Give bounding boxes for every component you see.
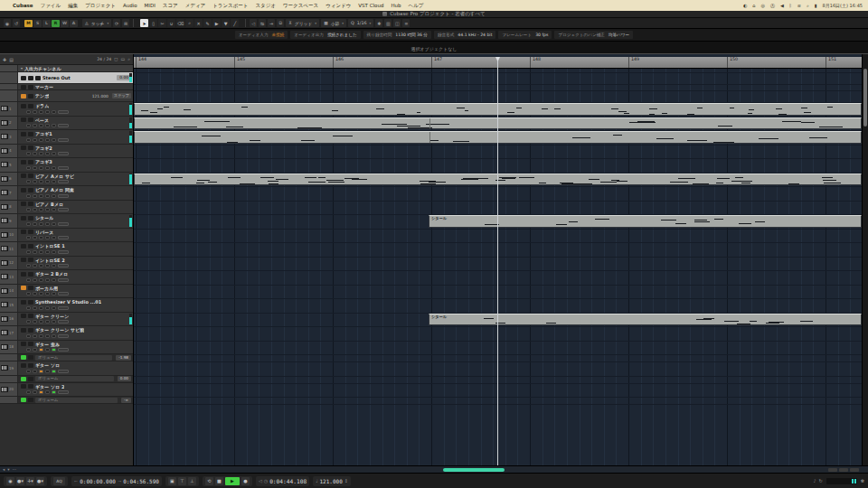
track-row-アコギ1[interactable]: 3アコギ1 <box>0 130 133 145</box>
edit-instrument-button[interactable] <box>39 194 43 198</box>
monitor-state-button[interactable] <box>52 208 56 211</box>
read-automation-button[interactable] <box>21 355 26 360</box>
punch-in-icon[interactable]: ⊤ <box>178 477 186 485</box>
monitor-button[interactable] <box>33 390 37 394</box>
solo-button[interactable] <box>28 272 33 277</box>
record-enable-button[interactable] <box>26 236 31 239</box>
freeze-button[interactable] <box>45 180 50 183</box>
solo-button[interactable] <box>28 202 33 206</box>
mute-button[interactable] <box>21 258 26 262</box>
mute-button[interactable] <box>21 244 26 249</box>
inserts-state-button[interactable] <box>58 208 69 211</box>
freeze-button[interactable] <box>45 292 50 296</box>
record-enable-button[interactable] <box>26 370 31 373</box>
edit-instrument-button[interactable] <box>39 334 43 338</box>
freeze-button[interactable] <box>45 110 50 114</box>
inserts-state-button[interactable] <box>58 390 69 394</box>
edit-instrument-button[interactable] <box>39 180 43 183</box>
input-menu-icon[interactable]: Ⓐ <box>770 3 775 8</box>
screen-record-icon[interactable]: ◎ <box>761 3 765 8</box>
monitor-state-button[interactable] <box>52 250 56 254</box>
menu-item-8[interactable]: トランスポート <box>212 3 248 9</box>
edit-instrument-button[interactable] <box>39 110 43 114</box>
global-a-button[interactable]: A <box>70 20 78 27</box>
record-button[interactable]: ● <box>241 477 250 485</box>
monitor-state-button[interactable] <box>52 278 56 282</box>
right-locator-icon[interactable]: ¬ <box>118 478 121 483</box>
inserts-state-button[interactable] <box>58 292 69 296</box>
monitor-button[interactable] <box>33 370 37 373</box>
acoustic-feedback-icon[interactable]: ◁ <box>259 478 262 483</box>
privacy-shield-icon[interactable]: ⌂ <box>752 3 755 8</box>
track-row-Synthesizer V Studio ...01[interactable]: 15Synthesizer V Studio ...01 <box>0 298 133 313</box>
track-row-ギター クリーン[interactable]: 16ギター クリーン <box>0 313 133 327</box>
edit-instrument-button[interactable] <box>39 138 43 142</box>
freeze-button[interactable] <box>45 348 50 352</box>
inserts-state-button[interactable] <box>58 166 69 170</box>
tempo-edit-button[interactable] <box>28 94 33 99</box>
monitor-state-button[interactable] <box>52 236 56 239</box>
lock-icon[interactable]: ◻ <box>114 56 118 62</box>
inserts-state-button[interactable] <box>58 180 69 183</box>
automation-panel-icon[interactable]: ⊞ <box>122 19 129 27</box>
inserts-state-button[interactable] <box>58 306 69 310</box>
record-enable-button[interactable] <box>26 334 31 338</box>
global-r-button[interactable]: R <box>52 20 60 27</box>
range-selection-tool[interactable]: ▯ <box>149 19 157 27</box>
sync-icon[interactable]: ↻ <box>819 478 823 483</box>
record-enable-button[interactable] <box>26 222 31 226</box>
record-enable-button[interactable] <box>26 180 31 183</box>
inserts-state-button[interactable] <box>58 278 69 282</box>
global-w-button[interactable]: W <box>61 20 69 27</box>
edit-instrument-button[interactable] <box>39 208 43 211</box>
bluetooth-icon[interactable]: ᛒ <box>789 3 792 8</box>
track-row-入出力チャンネル[interactable]: ▾入出力チャンネル <box>0 65 133 72</box>
edit-instrument-button[interactable] <box>39 166 43 170</box>
solo-button[interactable] <box>28 230 33 234</box>
cycle-modes-dropdown[interactable]: ✛▾ <box>26 477 34 485</box>
record-enable-button[interactable] <box>26 138 31 142</box>
battery-icon[interactable]: ▮ <box>815 3 817 8</box>
write-automation-button[interactable] <box>28 398 33 402</box>
inserts-state-button[interactable] <box>58 138 69 142</box>
inserts-state-button[interactable] <box>58 194 69 198</box>
automation-mode-combo[interactable]: ◬ タッチ ▾ <box>82 19 111 27</box>
edit-instrument-button[interactable] <box>39 370 43 373</box>
horizontal-scroll-thumb[interactable] <box>443 468 505 472</box>
punch-out-icon[interactable]: ⊥ <box>188 477 196 485</box>
monitor-button[interactable] <box>33 334 37 338</box>
monitor-button[interactable] <box>33 138 37 142</box>
record-enable-button[interactable] <box>26 264 31 267</box>
inserts-state-button[interactable] <box>58 264 69 267</box>
status-segment-1[interactable]: オーディオ出力接続されました <box>290 31 360 39</box>
monitor-button[interactable] <box>33 250 37 254</box>
track-row-ボリューム[interactable]: ボリューム-∞ <box>0 397 133 404</box>
monitor-state-button[interactable] <box>52 334 56 338</box>
track-row-ドラム[interactable]: 1ドラム <box>0 102 133 117</box>
menu-item-7[interactable]: メディア <box>185 3 206 9</box>
solo-button[interactable] <box>28 117 33 122</box>
snap-type-combo[interactable]: ⊼ グリッド ▾ <box>286 19 319 27</box>
monitor-state-button[interactable] <box>52 390 56 394</box>
inserts-state-button[interactable] <box>58 152 69 155</box>
status-segment-2[interactable]: 残り録音時間1130 時間 36 分 <box>363 31 431 39</box>
freeze-button[interactable] <box>45 320 50 324</box>
nudge-palette-icon[interactable]: ↹ <box>259 19 266 27</box>
find-track-icon[interactable]: ⌕ <box>127 56 130 62</box>
menu-item-14[interactable]: ヘルプ <box>409 3 424 9</box>
mute-button[interactable] <box>21 188 26 192</box>
monitor-state-button[interactable] <box>52 306 56 310</box>
left-locator-icon[interactable]: ⌐ <box>74 478 78 483</box>
mute-tool[interactable]: ✕ <box>194 19 203 27</box>
solo-button[interactable] <box>28 244 33 249</box>
mute-button[interactable] <box>21 342 26 346</box>
zoom-out-button[interactable] <box>828 468 837 472</box>
edit-instrument-button[interactable] <box>39 320 43 324</box>
more-options-icon[interactable]: ⋯ <box>13 467 17 472</box>
tempo-display[interactable]: 121.000 <box>319 478 342 484</box>
freeze-button[interactable] <box>45 264 50 267</box>
record-enable-button[interactable] <box>26 124 31 127</box>
audio-warp-icon[interactable]: ◫ <box>393 19 401 27</box>
edit-instrument-button[interactable] <box>39 250 43 254</box>
time-format-icon[interactable]: ◷ <box>264 478 268 483</box>
